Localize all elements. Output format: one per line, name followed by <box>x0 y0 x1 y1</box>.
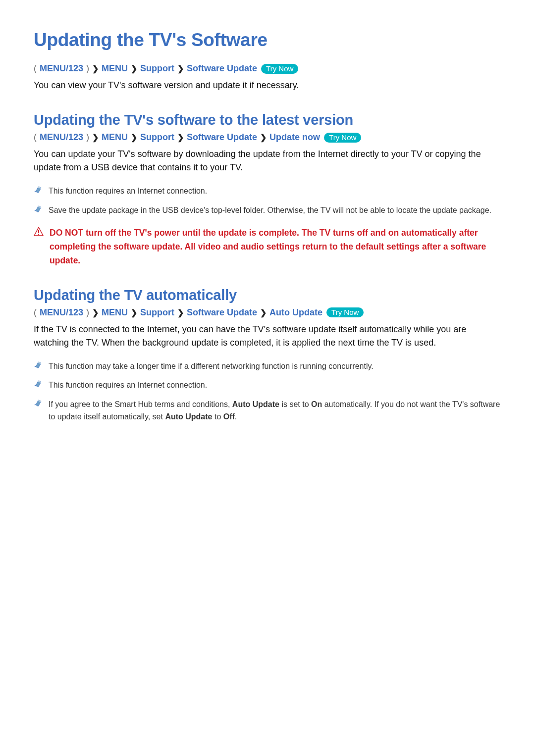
note-text: This function requires an Internet conne… <box>49 185 501 198</box>
paren-open: ( <box>34 307 37 318</box>
txt: . <box>235 412 237 421</box>
pencil-icon <box>34 361 43 370</box>
chevron-icon: ❯ <box>92 308 99 317</box>
chevron-icon: ❯ <box>260 308 267 317</box>
crumb-support: Support <box>140 307 174 318</box>
paren-open: ( <box>34 63 37 74</box>
note-text: This function requires an Internet conne… <box>49 379 501 392</box>
crumb-support: Support <box>140 132 174 143</box>
chevron-icon: ❯ <box>260 133 267 142</box>
chevron-icon: ❯ <box>131 133 137 142</box>
bold-on: On <box>311 400 322 408</box>
pencil-icon <box>34 186 43 195</box>
note-text: This function may take a longer time if … <box>49 360 501 373</box>
chevron-icon: ❯ <box>177 64 184 73</box>
note-item: Save the update package in the USB devic… <box>34 204 501 217</box>
crumb-update-now: Update now <box>269 132 320 143</box>
section2-notes: This function may take a longer time if … <box>34 360 501 423</box>
crumb-menu: MENU <box>102 63 128 74</box>
page-title: Updating the TV's Software <box>34 30 501 50</box>
crumb-menu: MENU <box>102 307 128 318</box>
section1-body: You can update your TV's software by dow… <box>34 148 501 174</box>
crumb-software-update: Software Update <box>187 132 257 143</box>
section-title-auto: Updating the TV automatically <box>34 287 501 303</box>
try-now-badge[interactable]: Try Now <box>324 133 361 143</box>
warning-icon <box>34 227 44 237</box>
txt: to <box>213 412 223 421</box>
crumb-software-update: Software Update <box>187 307 257 318</box>
note-item: This function requires an Internet conne… <box>34 379 501 392</box>
note-item: If you agree to the Smart Hub terms and … <box>34 399 501 423</box>
note-item: This function may take a longer time if … <box>34 360 501 373</box>
breadcrumb-main: (MENU/123) ❯ MENU ❯ Support ❯ Software U… <box>34 63 501 74</box>
try-now-badge[interactable]: Try Now <box>326 307 364 317</box>
crumb-software-update: Software Update <box>187 63 257 74</box>
pencil-icon <box>34 399 43 408</box>
pencil-icon <box>34 205 43 214</box>
chevron-icon: ❯ <box>131 64 137 73</box>
note-text: Save the update package in the USB devic… <box>49 204 501 217</box>
paren-close: ) <box>86 63 89 74</box>
section2-body: If the TV is connected to the Internet, … <box>34 323 501 350</box>
section1-notes: This function requires an Internet conne… <box>34 185 501 217</box>
paren-close: ) <box>86 132 89 143</box>
txt: is set to <box>279 400 311 408</box>
crumb-menu123: MENU/123 <box>40 307 83 318</box>
crumb-auto-update: Auto Update <box>269 307 322 318</box>
crumb-menu: MENU <box>102 132 128 143</box>
intro-text: You can view your TV's software version … <box>34 79 501 92</box>
paren-close: ) <box>86 307 89 318</box>
section-title-latest: Updating the TV's software to the latest… <box>34 112 501 128</box>
crumb-menu123: MENU/123 <box>40 132 83 143</box>
chevron-icon: ❯ <box>177 308 184 317</box>
try-now-badge[interactable]: Try Now <box>261 64 298 74</box>
bold-off: Off <box>223 412 235 421</box>
breadcrumb-auto-update: (MENU/123) ❯ MENU ❯ Support ❯ Software U… <box>34 307 501 318</box>
warning-block: DO NOT turn off the TV's power until the… <box>34 226 501 267</box>
txt: If you agree to the Smart Hub terms and … <box>49 400 232 408</box>
chevron-icon: ❯ <box>131 308 137 317</box>
bold-auto-update: Auto Update <box>165 412 212 421</box>
crumb-menu123: MENU/123 <box>40 63 83 74</box>
breadcrumb-update-now: (MENU/123) ❯ MENU ❯ Support ❯ Software U… <box>34 132 501 143</box>
pencil-icon <box>34 380 43 389</box>
chevron-icon: ❯ <box>177 133 184 142</box>
chevron-icon: ❯ <box>92 133 99 142</box>
chevron-icon: ❯ <box>92 64 99 73</box>
bold-auto-update: Auto Update <box>232 400 279 408</box>
note-item: This function requires an Internet conne… <box>34 185 501 198</box>
paren-open: ( <box>34 132 37 143</box>
warning-text: DO NOT turn off the TV's power until the… <box>50 226 501 267</box>
crumb-support: Support <box>140 63 174 74</box>
note-text-autoupdate: If you agree to the Smart Hub terms and … <box>49 399 501 423</box>
